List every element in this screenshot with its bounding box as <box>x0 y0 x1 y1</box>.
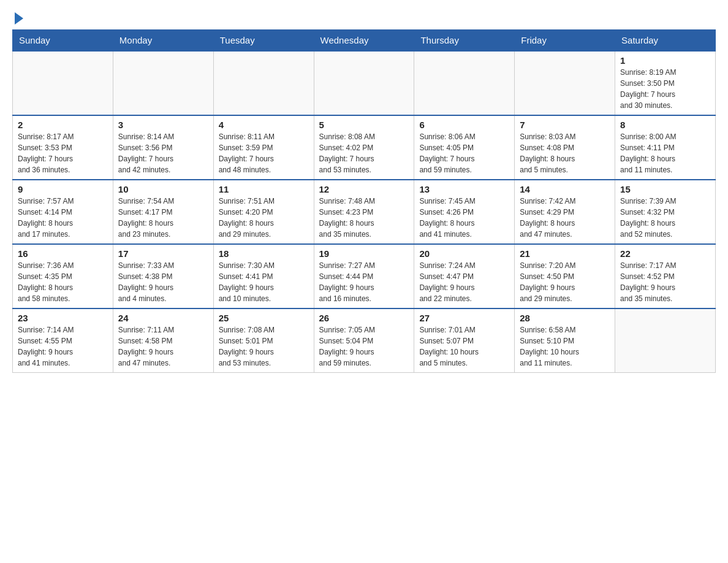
calendar-cell: 15Sunrise: 7:39 AMSunset: 4:32 PMDayligh… <box>615 180 716 244</box>
day-info: Sunrise: 8:00 AMSunset: 4:11 PMDaylight:… <box>620 131 710 175</box>
calendar-cell: 18Sunrise: 7:30 AMSunset: 4:41 PMDayligh… <box>213 244 314 308</box>
calendar-cell: 27Sunrise: 7:01 AMSunset: 5:07 PMDayligh… <box>414 308 515 373</box>
logo-blue-text <box>12 12 23 23</box>
calendar-cell <box>213 51 314 115</box>
calendar-cell: 11Sunrise: 7:51 AMSunset: 4:20 PMDayligh… <box>213 180 314 244</box>
day-info: Sunrise: 7:14 AMSunset: 4:55 PMDaylight:… <box>18 324 108 369</box>
day-info: Sunrise: 8:14 AMSunset: 3:56 PMDaylight:… <box>118 131 208 175</box>
calendar-cell <box>314 51 414 115</box>
calendar-cell: 6Sunrise: 8:06 AMSunset: 4:05 PMDaylight… <box>414 115 515 180</box>
calendar-cell: 7Sunrise: 8:03 AMSunset: 4:08 PMDaylight… <box>515 115 615 180</box>
calendar-cell: 4Sunrise: 8:11 AMSunset: 3:59 PMDaylight… <box>213 115 314 180</box>
day-info: Sunrise: 7:54 AMSunset: 4:17 PMDaylight:… <box>118 196 208 240</box>
calendar-cell: 19Sunrise: 7:27 AMSunset: 4:44 PMDayligh… <box>314 244 414 308</box>
day-info: Sunrise: 7:36 AMSunset: 4:35 PMDaylight:… <box>18 260 108 304</box>
day-of-week-header: Monday <box>113 30 213 52</box>
day-info: Sunrise: 8:06 AMSunset: 4:05 PMDaylight:… <box>419 131 509 175</box>
day-of-week-header: Saturday <box>615 30 716 52</box>
calendar-cell <box>515 51 615 115</box>
day-number: 9 <box>18 184 108 194</box>
calendar-cell <box>113 51 213 115</box>
calendar-week-row: 2Sunrise: 8:17 AMSunset: 3:53 PMDaylight… <box>13 115 716 180</box>
calendar-cell: 16Sunrise: 7:36 AMSunset: 4:35 PMDayligh… <box>13 244 113 308</box>
calendar-cell <box>414 51 515 115</box>
day-info: Sunrise: 7:11 AMSunset: 4:58 PMDaylight:… <box>118 324 208 369</box>
day-info: Sunrise: 6:58 AMSunset: 5:10 PMDaylight:… <box>520 324 610 369</box>
calendar-cell <box>13 51 113 115</box>
calendar-cell: 10Sunrise: 7:54 AMSunset: 4:17 PMDayligh… <box>113 180 213 244</box>
day-info: Sunrise: 7:20 AMSunset: 4:50 PMDaylight:… <box>520 260 610 304</box>
day-number: 4 <box>219 120 309 130</box>
day-info: Sunrise: 8:11 AMSunset: 3:59 PMDaylight:… <box>219 131 309 175</box>
day-number: 16 <box>18 248 108 259</box>
logo <box>12 12 23 23</box>
calendar-week-row: 1Sunrise: 8:19 AMSunset: 3:50 PMDaylight… <box>13 51 716 115</box>
calendar-week-row: 16Sunrise: 7:36 AMSunset: 4:35 PMDayligh… <box>13 244 716 308</box>
day-info: Sunrise: 7:57 AMSunset: 4:14 PMDaylight:… <box>18 196 108 240</box>
day-number: 5 <box>319 120 409 130</box>
day-info: Sunrise: 7:39 AMSunset: 4:32 PMDaylight:… <box>620 196 710 240</box>
calendar-cell: 14Sunrise: 7:42 AMSunset: 4:29 PMDayligh… <box>515 180 615 244</box>
calendar-cell: 5Sunrise: 8:08 AMSunset: 4:02 PMDaylight… <box>314 115 414 180</box>
day-of-week-header: Friday <box>515 30 615 52</box>
day-number: 14 <box>520 184 610 194</box>
calendar-week-row: 23Sunrise: 7:14 AMSunset: 4:55 PMDayligh… <box>13 308 716 373</box>
calendar-cell <box>615 308 716 373</box>
day-number: 26 <box>319 313 409 323</box>
day-number: 19 <box>319 248 409 259</box>
day-of-week-header: Tuesday <box>213 30 314 52</box>
day-number: 12 <box>319 184 409 194</box>
calendar-cell: 26Sunrise: 7:05 AMSunset: 5:04 PMDayligh… <box>314 308 414 373</box>
calendar-cell: 23Sunrise: 7:14 AMSunset: 4:55 PMDayligh… <box>13 308 113 373</box>
day-number: 25 <box>219 313 309 323</box>
calendar-cell: 1Sunrise: 8:19 AMSunset: 3:50 PMDaylight… <box>615 51 716 115</box>
day-number: 27 <box>419 313 509 323</box>
day-number: 17 <box>118 248 208 259</box>
day-number: 13 <box>419 184 509 194</box>
calendar-cell: 17Sunrise: 7:33 AMSunset: 4:38 PMDayligh… <box>113 244 213 308</box>
day-number: 10 <box>118 184 208 194</box>
calendar-cell: 20Sunrise: 7:24 AMSunset: 4:47 PMDayligh… <box>414 244 515 308</box>
logo-arrow-icon <box>15 12 23 25</box>
day-info: Sunrise: 8:08 AMSunset: 4:02 PMDaylight:… <box>319 131 409 175</box>
calendar-cell: 21Sunrise: 7:20 AMSunset: 4:50 PMDayligh… <box>515 244 615 308</box>
day-info: Sunrise: 7:48 AMSunset: 4:23 PMDaylight:… <box>319 196 409 240</box>
day-info: Sunrise: 7:24 AMSunset: 4:47 PMDaylight:… <box>419 260 509 304</box>
calendar-cell: 8Sunrise: 8:00 AMSunset: 4:11 PMDaylight… <box>615 115 716 180</box>
day-of-week-header: Sunday <box>13 30 113 52</box>
calendar-cell: 24Sunrise: 7:11 AMSunset: 4:58 PMDayligh… <box>113 308 213 373</box>
day-number: 28 <box>520 313 610 323</box>
day-number: 8 <box>620 120 710 130</box>
day-info: Sunrise: 7:01 AMSunset: 5:07 PMDaylight:… <box>419 324 509 369</box>
calendar-cell: 22Sunrise: 7:17 AMSunset: 4:52 PMDayligh… <box>615 244 716 308</box>
calendar-cell: 13Sunrise: 7:45 AMSunset: 4:26 PMDayligh… <box>414 180 515 244</box>
day-info: Sunrise: 8:17 AMSunset: 3:53 PMDaylight:… <box>18 131 108 175</box>
day-number: 7 <box>520 120 610 130</box>
page-header <box>12 12 716 23</box>
day-info: Sunrise: 7:17 AMSunset: 4:52 PMDaylight:… <box>620 260 710 304</box>
day-info: Sunrise: 8:03 AMSunset: 4:08 PMDaylight:… <box>520 131 610 175</box>
day-info: Sunrise: 7:08 AMSunset: 5:01 PMDaylight:… <box>219 324 309 369</box>
day-number: 3 <box>118 120 208 130</box>
calendar-cell: 3Sunrise: 8:14 AMSunset: 3:56 PMDaylight… <box>113 115 213 180</box>
calendar-cell: 25Sunrise: 7:08 AMSunset: 5:01 PMDayligh… <box>213 308 314 373</box>
day-number: 6 <box>419 120 509 130</box>
calendar-cell: 2Sunrise: 8:17 AMSunset: 3:53 PMDaylight… <box>13 115 113 180</box>
day-info: Sunrise: 7:05 AMSunset: 5:04 PMDaylight:… <box>319 324 409 369</box>
day-info: Sunrise: 7:51 AMSunset: 4:20 PMDaylight:… <box>219 196 309 240</box>
day-info: Sunrise: 7:33 AMSunset: 4:38 PMDaylight:… <box>118 260 208 304</box>
calendar-cell: 9Sunrise: 7:57 AMSunset: 4:14 PMDaylight… <box>13 180 113 244</box>
day-number: 21 <box>520 248 610 259</box>
day-number: 22 <box>620 248 710 259</box>
calendar-cell: 28Sunrise: 6:58 AMSunset: 5:10 PMDayligh… <box>515 308 615 373</box>
day-number: 18 <box>219 248 309 259</box>
calendar-header-row: SundayMondayTuesdayWednesdayThursdayFrid… <box>13 30 716 52</box>
day-of-week-header: Thursday <box>414 30 515 52</box>
calendar-week-row: 9Sunrise: 7:57 AMSunset: 4:14 PMDaylight… <box>13 180 716 244</box>
day-info: Sunrise: 7:30 AMSunset: 4:41 PMDaylight:… <box>219 260 309 304</box>
calendar-table: SundayMondayTuesdayWednesdayThursdayFrid… <box>12 29 716 373</box>
day-number: 20 <box>419 248 509 259</box>
day-info: Sunrise: 7:45 AMSunset: 4:26 PMDaylight:… <box>419 196 509 240</box>
day-number: 1 <box>620 55 710 66</box>
day-number: 11 <box>219 184 309 194</box>
